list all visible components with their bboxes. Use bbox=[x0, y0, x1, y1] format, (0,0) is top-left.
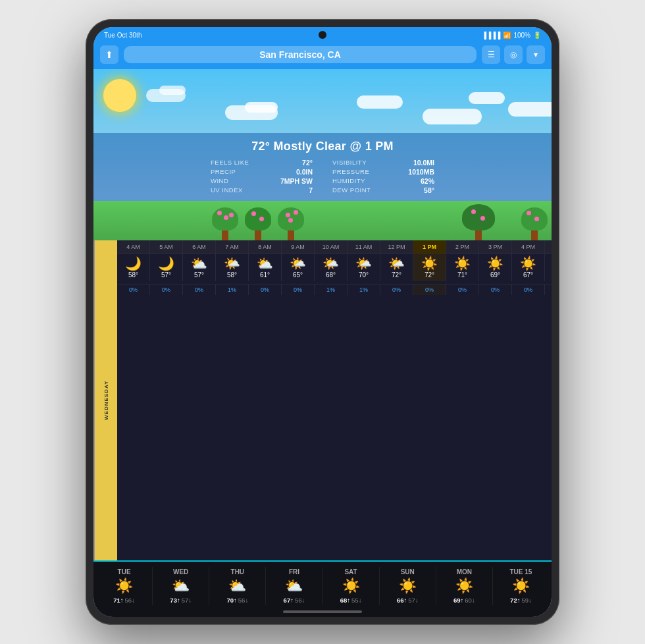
precip-cell: 0% bbox=[117, 284, 150, 295]
weekly-day[interactable]: SUN ☀️ 66↑ 57↓ bbox=[380, 567, 436, 605]
battery-label: 100% bbox=[513, 32, 530, 39]
cloud-5 bbox=[357, 95, 403, 109]
hour-temp: 58° bbox=[128, 271, 138, 279]
weekly-high: 68↑ bbox=[340, 597, 350, 604]
precip-cell: 0% bbox=[446, 284, 479, 295]
weekly-high: 72↑ bbox=[510, 597, 520, 604]
device-frame: Tue Oct 30th ▐▐▐▐ 📶 100% 🔋 ⬆ San Francis… bbox=[86, 19, 559, 625]
ground-scene bbox=[93, 201, 552, 240]
hours-scroll[interactable]: 4 AM5 AM6 AM7 AM8 AM9 AM10 AM11 AM12 PM1… bbox=[117, 240, 552, 560]
hour-temp: 65° bbox=[293, 271, 303, 279]
weather-icon: 🌤️ bbox=[290, 257, 306, 270]
target-icon: ◎ bbox=[510, 50, 517, 59]
precip-cell: 0% bbox=[479, 284, 512, 295]
precip-cell: 0% bbox=[150, 284, 183, 295]
time-cell: 9 AM bbox=[282, 240, 315, 254]
hour-temp: 61° bbox=[260, 271, 270, 279]
time-cell: 8 AM bbox=[249, 240, 282, 254]
feels-like-label: FEELS LIKE bbox=[211, 159, 249, 167]
precip-cell: 1% bbox=[216, 284, 249, 295]
chevron-down-icon: ▾ bbox=[534, 50, 538, 59]
hour-temp: 70° bbox=[359, 271, 369, 279]
status-right: ▐▐▐▐ 📶 100% 🔋 bbox=[482, 32, 541, 39]
time-cell: 1 PM bbox=[413, 240, 446, 254]
status-bar: Tue Oct 30th ▐▐▐▐ 📶 100% 🔋 bbox=[93, 27, 552, 43]
top-bar: ⬆ San Francisco, CA ☰ ◎ ▾ bbox=[93, 43, 552, 69]
location-bar[interactable]: San Francisco, CA bbox=[124, 46, 477, 63]
weekly-high: 69↑ bbox=[453, 597, 463, 604]
list-button[interactable]: ☰ bbox=[482, 45, 500, 64]
down-button[interactable]: ▾ bbox=[527, 45, 545, 64]
weekly-day[interactable]: WED ⛅ 73↑ 57↓ bbox=[153, 567, 209, 605]
icon-cell: ☀️65° bbox=[545, 254, 552, 281]
pressure-label: PRESSURE bbox=[332, 168, 369, 176]
wifi-icon: 📶 bbox=[503, 32, 511, 39]
weekly-day[interactable]: THU ⛅ 70↑ 56↓ bbox=[209, 567, 266, 605]
sun bbox=[103, 79, 136, 112]
wind-row: WIND 7MPH SW bbox=[211, 177, 313, 185]
weekly-icon: ☀️ bbox=[115, 577, 133, 595]
tree-3 bbox=[278, 207, 304, 240]
icon-cell: 🌤️68° bbox=[315, 254, 348, 281]
weekly-icon: ⛅ bbox=[228, 577, 246, 595]
share-button[interactable]: ⬆ bbox=[100, 45, 118, 64]
weekly-temps: 67↑ 56↓ bbox=[284, 597, 305, 604]
battery-icon: 🔋 bbox=[533, 32, 541, 39]
hour-temp: 67° bbox=[523, 271, 533, 279]
weekly-day[interactable]: MON ☀️ 69↑ 60↓ bbox=[436, 567, 493, 605]
weather-icon: ☀️ bbox=[421, 257, 438, 270]
dew-label: DEW POINT bbox=[332, 186, 371, 194]
weekly-low: 56↓ bbox=[295, 597, 305, 604]
weekly-high: 71↑ bbox=[113, 597, 123, 604]
precip-cell: 1% bbox=[315, 284, 348, 295]
time-cell: 11 AM bbox=[348, 240, 380, 254]
weekly-temps: 70↑ 56↓ bbox=[226, 597, 248, 604]
weather-icon: ☀️ bbox=[520, 257, 536, 270]
weekly-low: 56↓ bbox=[125, 597, 135, 604]
weather-icon: 🌤️ bbox=[355, 257, 372, 270]
humidity-label: HUMIDITY bbox=[332, 177, 365, 185]
precip-row: PRECIP 0.0IN bbox=[211, 168, 313, 176]
weekly-temps: 72↑ 59↓ bbox=[510, 597, 532, 604]
tree-1 bbox=[212, 207, 238, 240]
weekly-day-name: SAT bbox=[344, 568, 357, 576]
weekly-day[interactable]: TUE 15 ☀️ 72↑ 59↓ bbox=[493, 567, 549, 605]
uv-value: 7 bbox=[309, 186, 313, 194]
time-cell: 12 PM bbox=[380, 240, 413, 254]
weekly-grid: TUE ☀️ 71↑ 56↓ WED ⛅ 73↑ 57↓ THU ⛅ 70↑ 5… bbox=[93, 562, 552, 608]
weekly-day-name: FRI bbox=[289, 568, 299, 576]
precip-cell: 0% bbox=[380, 284, 413, 295]
cloud-6 bbox=[423, 109, 482, 124]
hour-temp: 57° bbox=[194, 271, 204, 279]
share-icon: ⬆ bbox=[105, 49, 113, 60]
main-condition: 72° Mostly Clear @ 1 PM bbox=[107, 140, 538, 153]
weekly-low: 57↓ bbox=[182, 597, 192, 604]
weekly-day[interactable]: SAT ☀️ 68↑ 55↓ bbox=[323, 567, 380, 605]
top-bar-actions: ☰ ◎ ▾ bbox=[482, 45, 545, 64]
precip-value: 0.0IN bbox=[296, 168, 313, 176]
home-bar bbox=[283, 610, 362, 613]
weekly-day-name: TUE 15 bbox=[509, 568, 532, 576]
time-row: 4 AM5 AM6 AM7 AM8 AM9 AM10 AM11 AM12 PM1… bbox=[117, 240, 552, 254]
weather-icon: ⛅ bbox=[257, 257, 273, 270]
cloud-7 bbox=[469, 92, 505, 104]
icon-cell: ☀️69° bbox=[479, 254, 512, 281]
weekly-day[interactable]: TUE ☀️ 71↑ 56↓ bbox=[96, 567, 153, 605]
time-cell: 2 PM bbox=[446, 240, 479, 254]
screen: Tue Oct 30th ▐▐▐▐ 📶 100% 🔋 ⬆ San Francis… bbox=[93, 27, 552, 617]
precip-cell: 0% bbox=[512, 284, 545, 295]
weekly-low: 60↓ bbox=[465, 597, 475, 604]
weather-icon: 🌙 bbox=[158, 257, 174, 270]
wind-label: WIND bbox=[211, 177, 228, 185]
uv-row: UV INDEX 7 bbox=[211, 186, 313, 194]
precip-label: PRECIP bbox=[211, 168, 236, 176]
list-icon: ☰ bbox=[488, 50, 495, 59]
weekly-day[interactable]: FRI ⛅ 67↑ 56↓ bbox=[266, 567, 322, 605]
icon-cell: 🌤️72° bbox=[380, 254, 413, 281]
scroll-wrapper[interactable]: WEDNESDAY 4 AM5 AM6 AM7 AM8 AM9 AM10 AM1… bbox=[93, 240, 552, 560]
location-text: San Francisco, CA bbox=[259, 49, 341, 60]
time-cell: 3 PM bbox=[479, 240, 512, 254]
icon-row: 🌙58°🌙57°⛅57°🌤️58°⛅61°🌤️65°🌤️68°🌤️70°🌤️72… bbox=[117, 254, 552, 284]
target-button[interactable]: ◎ bbox=[504, 45, 523, 64]
weekly-icon: ☀️ bbox=[342, 577, 360, 595]
